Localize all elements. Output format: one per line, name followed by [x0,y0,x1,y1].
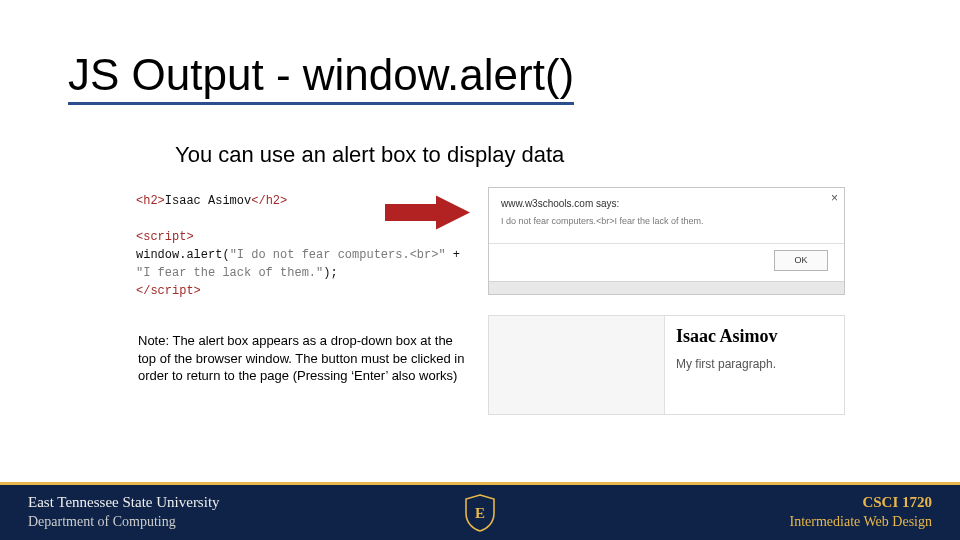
output-preview: Isaac Asimov My first paragraph. [488,315,845,415]
course-code: CSCI 1720 [790,493,932,513]
alert-message: I do not fear computers.<br>I fear the l… [501,216,704,226]
code-op: ); [323,266,337,280]
close-icon[interactable]: × [831,191,838,205]
code-text: Isaac Asimov [165,194,251,208]
course-name: Intermediate Web Design [790,513,932,531]
output-paragraph: My first paragraph. [676,357,832,371]
alert-dialog: × www.w3schools.com says: I do not fear … [488,187,845,295]
code-tag: <h2> [136,194,165,208]
code-tag: <script> [136,230,194,244]
output-left-pane [489,316,665,414]
footer-left: East Tennessee State University Departme… [28,493,220,531]
note-text: Note: The alert box appears as a drop-do… [138,332,473,385]
output-heading: Isaac Asimov [676,326,832,347]
slide-title: JS Output - window.alert() [68,50,574,105]
department-name: Department of Computing [28,513,220,531]
slide-subtitle: You can use an alert box to display data [175,142,564,168]
code-op: + [446,248,460,262]
output-right-pane: Isaac Asimov My first paragraph. [664,316,844,414]
university-name: East Tennessee State University [28,493,220,513]
code-string: "I do not fear computers.<br>" [230,248,446,262]
slide-footer: East Tennessee State University Departme… [0,482,960,540]
alert-footer-bar [489,281,844,294]
code-fn: window.alert( [136,248,230,262]
shield-logo-icon: E [463,493,497,533]
alert-origin: www.w3schools.com says: [501,198,619,209]
code-tag: </h2> [251,194,287,208]
code-string: "I fear the lack of them." [136,266,323,280]
divider [489,243,844,244]
svg-text:E: E [475,505,485,521]
arrow-icon [385,195,470,230]
code-tag: </script> [136,284,201,298]
footer-right: CSCI 1720 Intermediate Web Design [790,493,932,531]
ok-button[interactable]: OK [774,250,828,271]
svg-marker-0 [385,196,470,230]
